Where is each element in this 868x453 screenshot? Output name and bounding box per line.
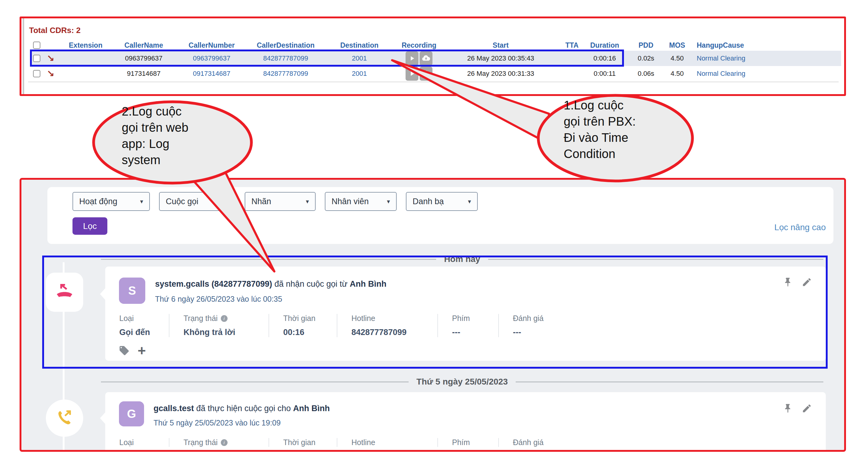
day2-divider: Thứ 5 ngày 25/05/2023: [101, 377, 823, 387]
cell-mos: 4.50: [667, 55, 687, 62]
cell-destination[interactable]: 2001: [322, 70, 396, 78]
dropdown-label: Danh bạ: [412, 197, 444, 206]
dropdown-label: Hoạt động: [79, 197, 118, 206]
cdr-row-2[interactable]: ↘ 917314687 0917314687 842877787099 2001…: [31, 66, 841, 81]
table-bottom-divider: [28, 82, 839, 82]
col-pdd[interactable]: PDD: [625, 41, 667, 50]
annotation-timeline-highlight: [42, 256, 828, 369]
advanced-filter-link[interactable]: Lọc nâng cao: [774, 223, 826, 232]
dropdown-label: Nhân viên: [332, 197, 369, 206]
cell-callerdestination[interactable]: 842877787099: [249, 70, 322, 78]
filter-row: Hoạt động ▾ Cuộc gọi ▾ Nhãn ▾ Nhân viên …: [72, 192, 478, 211]
play-icon: [408, 70, 416, 77]
col-hangupcause[interactable]: HangupCause: [687, 41, 841, 50]
cell-start: 26 May 2023 00:31:33: [442, 70, 560, 78]
col-callername[interactable]: CallerName: [113, 41, 174, 50]
cloud-download-icon: [422, 69, 431, 78]
col-mos[interactable]: MOS: [667, 41, 687, 50]
filter-staff-dropdown[interactable]: Nhân viên ▾: [325, 192, 397, 211]
filter-call-dropdown[interactable]: Cuộc gọi ▾: [159, 192, 236, 211]
dropdown-label: Nhãn: [251, 197, 271, 206]
outgoing-call-icon: [55, 409, 74, 428]
select-all-checkbox[interactable]: [33, 41, 40, 49]
chevron-down-icon: ▾: [468, 198, 471, 205]
callout-2-text: 2.Log cuộc gọi trên web app: Log system: [122, 103, 247, 168]
card-actions: [783, 403, 812, 414]
log-action: đã thực hiện cuộc gọi cho: [194, 404, 293, 413]
cell-hangupcause[interactable]: Normal Clearing: [687, 70, 841, 78]
total-cdrs-label: Total CDRs: 2: [29, 26, 81, 35]
col-start[interactable]: Start: [442, 41, 560, 50]
col-destination[interactable]: Destination: [322, 41, 396, 50]
annotation-row-highlight: [30, 50, 624, 67]
download-recording-button[interactable]: [420, 67, 432, 81]
screenshot-root: { "colors": { "annotation_red": "#ec1c24…: [0, 0, 868, 453]
log-actor: gcalls.test: [154, 404, 194, 413]
filter-tag-dropdown[interactable]: Nhãn ▾: [245, 192, 316, 211]
filter-button[interactable]: Lọc: [72, 217, 107, 235]
col-callerdestination[interactable]: CallerDestination: [249, 41, 322, 50]
pin-icon[interactable]: [783, 403, 793, 414]
cell-callernumber[interactable]: 0917314687: [174, 70, 249, 78]
filter-activity-dropdown[interactable]: Hoạt động ▾: [72, 192, 150, 211]
log-contact: Anh Bình: [293, 404, 330, 413]
cell-pdd: 0.02s: [625, 55, 667, 62]
detail-col-status: Trạng thái i: [169, 438, 269, 447]
divider-label: Thứ 5 ngày 25/05/2023: [416, 377, 508, 387]
detail-col-hotline: Hotline: [337, 438, 437, 447]
edit-icon[interactable]: [802, 403, 812, 414]
col-callernumber[interactable]: CallerNumber: [174, 41, 249, 50]
cell-callername: 917314687: [113, 70, 174, 78]
cell-duration: 0:00:11: [584, 70, 625, 78]
cell-mos: 4.50: [667, 70, 687, 78]
cell-pdd: 0.06s: [625, 70, 667, 78]
chevron-down-icon: ▾: [387, 198, 390, 205]
chevron-down-icon: ▾: [306, 198, 309, 205]
outgoing-call-badge: [46, 399, 83, 437]
filter-card: Hoạt động ▾ Cuộc gọi ▾ Nhãn ▾ Nhân viên …: [48, 187, 833, 244]
detail-col-rating: Đánh giá: [498, 438, 590, 447]
col-extension[interactable]: Extension: [58, 41, 113, 50]
window-edge-line: [23, 18, 24, 94]
chevron-down-icon: ▾: [140, 198, 143, 205]
avatar: G: [119, 401, 144, 426]
dropdown-label: Cuộc gọi: [166, 197, 198, 206]
detail-col-duration: Thời gian: [269, 438, 337, 447]
info-icon[interactable]: i: [221, 439, 227, 446]
inbound-call-icon: ↘: [46, 68, 54, 78]
row-checkbox[interactable]: [33, 70, 40, 77]
detail-grid: Loại Trạng thái i Thời gian Hotline Phím…: [105, 438, 826, 447]
callout-1-text: 1.Log cuộc gọi trên PBX: Đi vào Time Con…: [564, 97, 695, 162]
col-duration[interactable]: Duration: [584, 41, 625, 50]
col-tta[interactable]: TTA: [560, 41, 584, 50]
chevron-down-icon: ▾: [226, 198, 229, 205]
detail-label: Trạng thái: [184, 438, 218, 447]
log-title: gcalls.test đã thực hiện cuộc gọi cho An…: [154, 404, 330, 413]
card-pointer: [100, 412, 105, 424]
play-recording-button[interactable]: [406, 67, 418, 81]
divider-line: [516, 382, 823, 382]
filter-contact-dropdown[interactable]: Danh bạ ▾: [406, 192, 478, 211]
log-date: Thứ 5 ngày 25/05/2023 vào lúc 19:09: [154, 418, 281, 427]
call-log-card-2: G gcalls.test đã thực hiện cuộc gọi cho …: [105, 392, 826, 452]
col-recording[interactable]: Recording: [396, 41, 442, 50]
cell-hangupcause[interactable]: Normal Clearing: [687, 55, 841, 62]
detail-col-type: Loại: [105, 438, 169, 447]
cdr-header-row: Extension CallerName CallerNumber Caller…: [31, 40, 841, 51]
detail-col-key: Phím: [437, 438, 498, 447]
divider-line: [101, 382, 409, 382]
